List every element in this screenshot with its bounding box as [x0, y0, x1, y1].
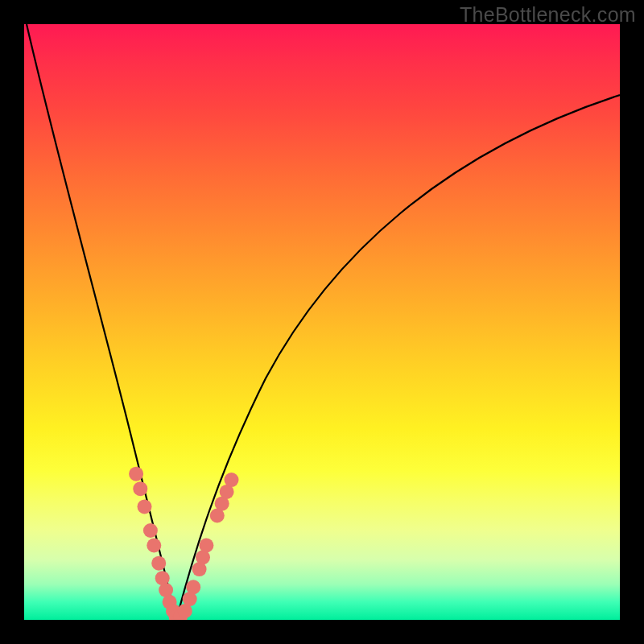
watermark-text: TheBottleneck.com [460, 3, 636, 27]
chart-plot-area [24, 24, 620, 620]
data-marker [129, 467, 143, 481]
data-marker [199, 539, 213, 553]
data-marker [133, 481, 147, 496]
data-marker [143, 523, 158, 538]
marker-group [129, 467, 238, 620]
data-marker [186, 580, 200, 594]
outer-black-frame: TheBottleneck.com [0, 0, 644, 644]
data-marker [147, 539, 161, 553]
right-ascending-curve [176, 95, 620, 620]
data-marker [225, 473, 239, 487]
data-marker [138, 499, 152, 514]
chart-svg [24, 24, 620, 620]
data-marker [151, 556, 166, 571]
